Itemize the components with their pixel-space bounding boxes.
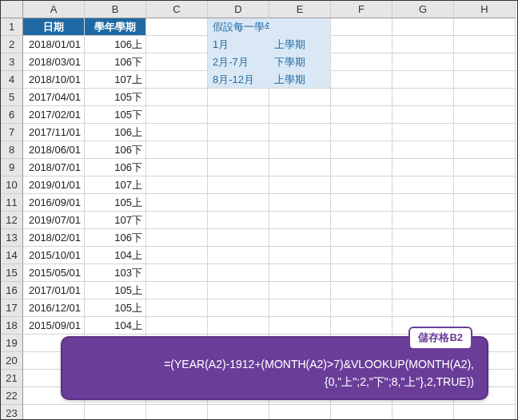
cell-H2[interactable]: [454, 36, 516, 53]
cell-F1[interactable]: [331, 18, 392, 36]
row-header-13[interactable]: 13: [1, 229, 23, 247]
cell-C6[interactable]: [146, 106, 208, 124]
cell-B18[interactable]: 104上: [85, 317, 146, 335]
cell-D23[interactable]: [208, 405, 269, 420]
row-header-17[interactable]: 17: [1, 299, 23, 317]
cell-B14[interactable]: 104上: [85, 247, 146, 264]
cell-A14[interactable]: 2015/10/01: [23, 247, 85, 264]
col-header-D[interactable]: D: [208, 1, 269, 18]
cell-H12[interactable]: [454, 212, 516, 229]
cell-H14[interactable]: [454, 247, 516, 264]
cell-B7[interactable]: 106上: [85, 124, 146, 141]
cell-E14[interactable]: [269, 247, 331, 264]
cell-C7[interactable]: [146, 124, 208, 141]
row-header-20[interactable]: 20: [1, 352, 23, 370]
cell-D8[interactable]: [208, 141, 269, 159]
cell-A11[interactable]: 2016/09/01: [23, 194, 85, 212]
cell-F8[interactable]: [331, 141, 392, 159]
cell-D1[interactable]: 假設每一學年：: [208, 18, 269, 36]
row-header-5[interactable]: 5: [1, 89, 23, 106]
cell-D12[interactable]: [208, 212, 269, 229]
cell-E16[interactable]: [269, 282, 331, 299]
cell-A13[interactable]: 2018/02/01: [23, 229, 85, 247]
cell-F9[interactable]: [331, 159, 392, 176]
row-header-2[interactable]: 2: [1, 36, 23, 53]
cell-B1[interactable]: 學年學期: [85, 18, 146, 36]
cell-A10[interactable]: 2019/01/01: [23, 176, 85, 194]
row-header-16[interactable]: 16: [1, 282, 23, 299]
cell-C15[interactable]: [146, 264, 208, 282]
cell-G16[interactable]: [392, 282, 454, 299]
cell-G17[interactable]: [392, 299, 454, 317]
cell-F6[interactable]: [331, 106, 392, 124]
cell-H7[interactable]: [454, 124, 516, 141]
cell-D7[interactable]: [208, 124, 269, 141]
col-header-G[interactable]: G: [392, 1, 454, 18]
cell-G23[interactable]: [392, 405, 454, 420]
cell-F12[interactable]: [331, 212, 392, 229]
cell-H3[interactable]: [454, 53, 516, 71]
cell-B13[interactable]: 106下: [85, 229, 146, 247]
cell-E5[interactable]: [269, 89, 331, 106]
cell-C14[interactable]: [146, 247, 208, 264]
cell-B8[interactable]: 106下: [85, 141, 146, 159]
cell-F5[interactable]: [331, 89, 392, 106]
cell-E11[interactable]: [269, 194, 331, 212]
col-header-E[interactable]: E: [269, 1, 331, 18]
cell-D17[interactable]: [208, 299, 269, 317]
cell-G10[interactable]: [392, 176, 454, 194]
cell-A15[interactable]: 2015/05/01: [23, 264, 85, 282]
cell-C12[interactable]: [146, 212, 208, 229]
cell-F11[interactable]: [331, 194, 392, 212]
cell-A8[interactable]: 2018/06/01: [23, 141, 85, 159]
cell-F15[interactable]: [331, 264, 392, 282]
cell-G6[interactable]: [392, 106, 454, 124]
row-header-7[interactable]: 7: [1, 124, 23, 141]
cell-B10[interactable]: 107上: [85, 176, 146, 194]
cell-B2[interactable]: 106上: [85, 36, 146, 53]
cell-F10[interactable]: [331, 176, 392, 194]
cell-D13[interactable]: [208, 229, 269, 247]
cell-G2[interactable]: [392, 36, 454, 53]
cell-F17[interactable]: [331, 299, 392, 317]
col-header-F[interactable]: F: [331, 1, 392, 18]
cell-E13[interactable]: [269, 229, 331, 247]
cell-C23[interactable]: [146, 405, 208, 420]
cell-B4[interactable]: 107上: [85, 71, 146, 89]
row-header-19[interactable]: 19: [1, 335, 23, 352]
cell-E10[interactable]: [269, 176, 331, 194]
cell-F2[interactable]: [331, 36, 392, 53]
row-header-21[interactable]: 21: [1, 370, 23, 387]
cell-B23[interactable]: [85, 405, 146, 420]
cell-F14[interactable]: [331, 247, 392, 264]
cell-H13[interactable]: [454, 229, 516, 247]
cell-A1[interactable]: 日期: [23, 18, 85, 36]
cell-F18[interactable]: [331, 317, 392, 335]
row-header-15[interactable]: 15: [1, 264, 23, 282]
col-header-C[interactable]: C: [146, 1, 208, 18]
cell-H1[interactable]: [454, 18, 516, 36]
row-header-23[interactable]: 23: [1, 405, 23, 420]
row-header-3[interactable]: 3: [1, 53, 23, 71]
cell-B17[interactable]: 105上: [85, 299, 146, 317]
cell-E12[interactable]: [269, 212, 331, 229]
cell-H23[interactable]: [454, 405, 516, 420]
cell-C17[interactable]: [146, 299, 208, 317]
cell-D14[interactable]: [208, 247, 269, 264]
row-header-22[interactable]: 22: [1, 387, 23, 405]
cell-C3[interactable]: [146, 53, 208, 71]
cell-A7[interactable]: 2017/11/01: [23, 124, 85, 141]
row-header-11[interactable]: 11: [1, 194, 23, 212]
cell-A9[interactable]: 2018/07/01: [23, 159, 85, 176]
cell-H6[interactable]: [454, 106, 516, 124]
col-header-H[interactable]: H: [454, 1, 516, 18]
cell-H11[interactable]: [454, 194, 516, 212]
cell-F7[interactable]: [331, 124, 392, 141]
cell-A16[interactable]: 2017/01/01: [23, 282, 85, 299]
col-header-A[interactable]: A: [23, 1, 85, 18]
cell-B12[interactable]: 107下: [85, 212, 146, 229]
cell-D16[interactable]: [208, 282, 269, 299]
cell-D10[interactable]: [208, 176, 269, 194]
cell-C9[interactable]: [146, 159, 208, 176]
cell-G3[interactable]: [392, 53, 454, 71]
